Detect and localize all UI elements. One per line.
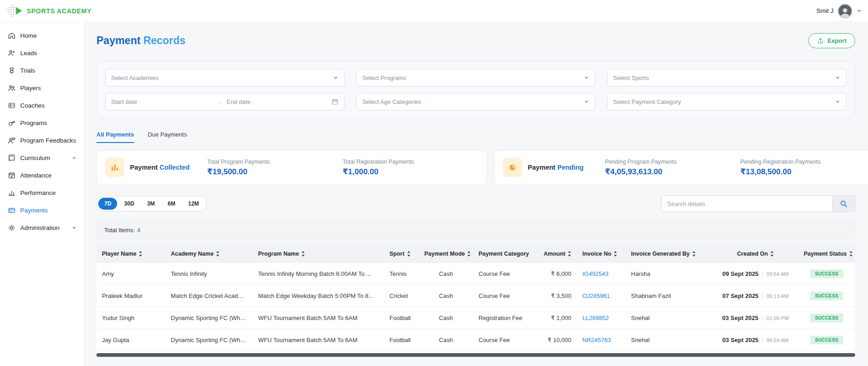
app-logo[interactable]: SPORTS ACADEMY	[6, 4, 92, 18]
programs-select-value: Select Programs	[362, 74, 406, 81]
range-pill-12m[interactable]: 12M	[182, 198, 205, 210]
invoice-link[interactable]: LL269852	[582, 315, 609, 321]
academy-name-cell: Match Edge Cricket Academy	[165, 285, 253, 307]
column-header-invoice-generated-by[interactable]: Invoice Generated By	[626, 245, 713, 263]
range-pill-6m[interactable]: 6M	[162, 198, 181, 210]
performance-icon	[7, 189, 16, 197]
sports-select-value: Select Sports	[613, 74, 648, 81]
user-name: Smit J	[816, 7, 834, 14]
payment-mode-cell: Cash	[419, 263, 473, 285]
sort-icon	[692, 251, 696, 257]
avatar	[838, 4, 852, 18]
amount-cell: ₹ 10,000	[535, 329, 577, 351]
tab-due-payments[interactable]: Due Payments	[148, 131, 187, 143]
invoice-link[interactable]: IG492543	[582, 270, 609, 277]
program-name-cell: Match Edge Weekday Batch 5:00PM To 8...	[253, 285, 384, 307]
user-menu[interactable]: Smit J	[816, 4, 862, 18]
amount-cell: ₹ 1,000	[535, 307, 577, 329]
sort-icon	[216, 251, 220, 257]
sidebar-item-label: Trials	[20, 67, 35, 74]
collected-card-title: Payment Collected	[130, 164, 190, 171]
column-header-payment-mode[interactable]: Payment Mode	[419, 245, 473, 263]
pending-title-accent: Pending	[557, 164, 583, 171]
created-time: 09:54 AM	[762, 271, 789, 277]
tab-all-payments[interactable]: All Payments	[96, 131, 134, 143]
trials-icon	[7, 67, 16, 74]
column-header-academy-name[interactable]: Academy Name	[165, 245, 253, 263]
player-name-cell: Prateek Madlur	[96, 285, 165, 307]
column-header-program-name[interactable]: Program Name	[253, 245, 384, 263]
payments-tabs: All Payments Due Payments	[96, 131, 855, 143]
pie-chart-icon	[503, 158, 522, 177]
search-button[interactable]	[832, 195, 855, 212]
administration-icon	[7, 224, 16, 232]
table-header-row: Player Name Academy Name Program Name Sp…	[96, 245, 855, 263]
metric-value: ₹4,05,93,613.00	[605, 167, 740, 177]
sidebar-item-trials[interactable]: Trials	[0, 62, 84, 79]
sidebar-item-label: Curriculum	[20, 154, 50, 161]
column-header-invoice-no[interactable]: Invoice No	[577, 245, 626, 263]
search-input[interactable]	[661, 195, 832, 212]
chevron-down-icon	[835, 75, 840, 80]
invoice-generated-by-cell: Harsha	[626, 263, 713, 285]
sidebar-item-payments[interactable]: Payments	[0, 201, 84, 219]
sidebar-item-coaches[interactable]: Coaches	[0, 97, 84, 114]
top-header: SPORTS ACADEMY Smit J	[0, 0, 868, 22]
column-header-created-on[interactable]: Created On	[713, 245, 798, 263]
programs-icon	[7, 119, 16, 127]
export-button[interactable]: Export	[808, 33, 855, 48]
age-categories-select[interactable]: Select Age Categories	[356, 93, 596, 110]
chevron-down-icon	[72, 155, 77, 160]
sidebar-item-performance[interactable]: Performance	[0, 184, 84, 201]
range-pill-30d[interactable]: 30D	[118, 198, 140, 210]
age-categories-select-value: Select Age Categories	[362, 98, 422, 105]
range-pill-7d[interactable]: 7D	[98, 198, 117, 210]
academies-select[interactable]: Select Academies	[105, 69, 344, 86]
created-date: 03 Sept 2025	[722, 337, 759, 343]
sidebar-item-curriculum[interactable]: Curriculum	[0, 149, 84, 166]
invoice-link[interactable]: NR245763	[582, 337, 611, 343]
sidebar-item-program-feedbacks[interactable]: Program Feedbacks	[0, 132, 84, 149]
payment-category-cell: Registration Fee	[473, 307, 535, 329]
sport-cell: Football	[384, 307, 419, 329]
players-icon	[7, 84, 16, 92]
page-title: PaymentRecords	[96, 34, 186, 47]
payment-status-cell: SUCCESS	[798, 307, 855, 329]
chevron-down-icon	[584, 75, 589, 80]
chevron-down-icon	[835, 99, 840, 104]
column-header-player-name[interactable]: Player Name	[96, 245, 165, 263]
sidebar-item-programs[interactable]: Programs	[0, 114, 84, 132]
date-range-input[interactable]: Start date → End date	[105, 93, 344, 110]
horizontal-scrollbar[interactable]	[96, 353, 855, 357]
payment-status-cell: SUCCESS	[798, 263, 855, 285]
chevron-down-icon	[584, 99, 589, 104]
program-name-cell: WFU Tournament Batch 5AM To 6AM	[253, 307, 384, 329]
programs-select[interactable]: Select Programs	[356, 69, 596, 86]
column-header-sport[interactable]: Sport	[384, 245, 419, 263]
column-header-payment-status[interactable]: Payment Status	[798, 245, 855, 263]
home-icon	[7, 32, 16, 40]
metric-label: Pending Program Payments	[605, 159, 740, 165]
range-pill-3m[interactable]: 3M	[141, 198, 161, 210]
created-on-cell: 09 Sept 202509:54 AM	[713, 263, 798, 285]
created-date: 09 Sept 2025	[722, 270, 759, 277]
payment-mode-cell: Cash	[419, 329, 473, 351]
invoice-link[interactable]: OJ285961	[582, 292, 610, 299]
sports-select[interactable]: Select Sports	[607, 69, 846, 86]
sidebar-item-leads[interactable]: Leads	[0, 44, 84, 62]
sidebar-item-label: Home	[20, 32, 37, 39]
payment-category-select[interactable]: Select Payment Category	[607, 93, 846, 110]
sidebar-item-players[interactable]: Players	[0, 79, 84, 97]
sidebar-item-home[interactable]: Home	[0, 27, 84, 44]
total-registration-payments-metric: Total Registration Payments ₹1,000.00	[343, 159, 478, 177]
collected-title-plain: Payment	[130, 164, 158, 171]
sidebar-item-attendance[interactable]: Attendance	[0, 166, 84, 184]
payment-category-cell: Course Fee	[473, 329, 535, 351]
player-name-cell: Jay Gupta	[96, 329, 165, 351]
table-row: Amy Tennis Infinity Tennis Infinity Morn…	[96, 263, 855, 285]
page-title-primary: Payment	[96, 34, 141, 46]
created-on-cell: 03 Sept 202501:06 PM	[713, 307, 798, 329]
sidebar-item-administration[interactable]: Administration	[0, 219, 84, 236]
column-header-amount[interactable]: Amount	[535, 245, 577, 263]
logo-mark-icon	[6, 4, 22, 18]
